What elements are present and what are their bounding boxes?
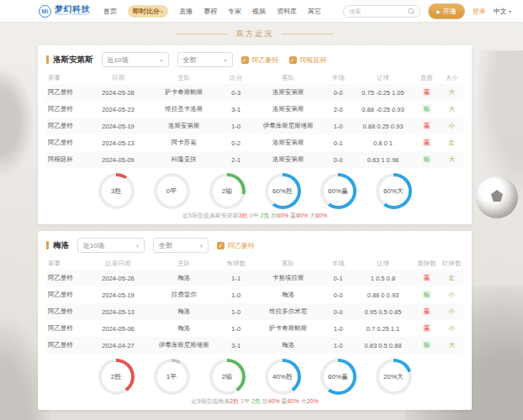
nav-item-2[interactable]: 直播 [179,7,193,16]
table-row[interactable]: 阿乙曼特2024-05-19拉费雷尔1-0梅洛0-00.88 0 0.93输小 [46,286,463,303]
table-row[interactable]: 阿根廷杯2024-05-09科隆竞技2-1洛斯安第斯0-00.63 1 0.98… [46,151,463,168]
table-cell: 大 [441,151,463,168]
scope-filter-dropdown[interactable]: 全部▾ [177,52,233,67]
search-icon[interactable] [408,8,414,14]
table-cell: 小 [441,286,463,303]
team-recent-panel: 洛斯安第斯 近10场▾ 全部▾ ✓阿乙曼特✓阿根廷杯 赛事日期主队比分客队半场让… [38,45,472,224]
summary-segment: 2负 [260,213,269,218]
table-cell: 1-1 [219,270,253,286]
table-cell: 阿乙曼特 [46,101,88,118]
table-cell: 梅洛 [149,270,219,286]
table-cell: 1-0 [219,118,253,134]
table-cell: 2024-05-13 [88,134,149,151]
column-header: 盘路 [413,71,440,84]
table-row[interactable]: 阿乙曼特2024-04-27伊希库斯尼斯塔斯3-1梅洛1-00.83 0.5 0… [46,337,463,354]
table-row[interactable]: 阿乙曼特2024-05-13梅洛1-0维拉多尔米尼0-00.95 0.5 0.8… [46,303,463,320]
search-box[interactable] [343,5,420,18]
donut-chart: 60%大 [376,173,412,209]
summary-segment: 胜 [269,213,277,218]
table-row[interactable]: 阿乙曼特2024-05-28萨卡奇斯帕斯0-3洛斯安第斯0-00.75 -0.2… [46,84,463,101]
donut-chart: 60%赢 [320,173,357,209]
column-header: 主队 [149,257,219,270]
summary-segment: 大 [299,398,307,404]
league-filter-checkbox-1[interactable]: ✓阿根廷杯 [289,55,327,65]
league-filter-checkbox-0[interactable]: ✓阿乙曼特 [217,241,255,250]
table-cell: 2-0 [324,101,353,118]
donut-chart: 2输 [209,173,246,209]
column-header: 红牌数 [441,257,463,270]
nav-item-5[interactable]: 视频 [252,7,266,16]
table-cell: 萨卡奇斯帕斯 [252,320,323,337]
table-row[interactable]: 阿乙曼特2024-05-13阿卡苏索0-2洛斯安第斯0-10.8 0 1赢走 [46,134,463,151]
table-cell: 2024-05-06 [88,320,149,337]
column-header: 赛事 [46,71,88,84]
table-cell: 洛斯安第斯 [252,151,323,168]
table-cell: 输 [413,286,440,303]
column-header: 角球数 [219,257,253,270]
table-row[interactable]: 阿乙曼特2024-05-26梅洛1-1卡努埃拉斯0-11 0.5 0.8赢走 [46,270,463,286]
recent-matches-table: 赛事比赛日期主队角球数客队半场让球黄牌数红牌数 阿乙曼特2024-05-26梅洛… [46,257,463,354]
team-recent-panel: 梅洛 近10场▾ 全部▾ ✓阿乙曼特 赛事比赛日期主队角球数客队半场让球黄牌数红… [38,231,472,410]
table-cell: 2024-05-09 [88,151,149,168]
column-header: 赛事 [46,257,88,270]
range-filter-dropdown[interactable]: 近10场▾ [77,238,145,253]
table-cell: 2024-05-23 [88,101,149,118]
panel-team-name: 梅洛 [46,240,69,251]
search-input[interactable] [349,8,408,14]
table-cell: 伊希库斯尼斯塔斯 [149,337,219,354]
table-cell: 阿乙曼特 [46,134,88,151]
league-filter-checkbox-0[interactable]: ✓阿乙曼特 [241,55,279,65]
nav-item-1[interactable]: 即时比分▾ [128,5,168,18]
table-cell: 1-0 [219,303,253,320]
table-cell: 2024-05-13 [88,303,149,320]
donut-label: 60%胜 [268,176,298,206]
language-selector[interactable]: 中文 ▾ [494,7,511,16]
nav-item-6[interactable]: 资料库 [277,7,297,16]
table-cell: 3-1 [219,101,253,118]
nav-item-0[interactable]: 首页 [103,7,117,16]
table-cell: 3-1 [219,337,253,354]
site-logo[interactable]: Mi 梦幻科技 Software Development [39,5,90,18]
summary-segment: 赢 [280,398,288,404]
table-cell: 阿根廷杯 [46,151,88,168]
summary-segment: 60% [277,213,288,218]
checkbox-label: 阿乙曼特 [228,241,255,250]
column-header: 黄牌数 [413,257,440,270]
table-cell: 小 [441,118,463,134]
table-cell: 0.7 0.25 1.1 [353,320,414,337]
table-cell: 赢 [413,84,440,101]
column-header: 比赛日期 [88,257,149,270]
soccer-ball-decoration [476,176,518,218]
donut-chart: 60%赢 [320,359,357,395]
login-link[interactable]: 登录 [473,7,486,16]
table-cell: 阿乙曼特 [46,270,88,286]
chevron-down-icon: ▾ [224,57,226,63]
checkbox-label: 阿根廷杯 [300,55,327,65]
table-cell: 2024-05-19 [88,286,149,303]
table-row[interactable]: 阿乙曼特2024-05-23维拉圣卡洛斯3-1洛斯安第斯2-00.88 -0.2… [46,101,463,118]
table-cell: 0-0 [324,303,353,320]
recent-matches-table: 赛事日期主队比分客队半场让球盘路大小 阿乙曼特2024-05-28萨卡奇斯帕斯0… [46,71,463,168]
table-cell: 0-1 [324,270,353,286]
chevron-down-icon: ▾ [136,243,139,249]
nav-item-3[interactable]: 赛程 [203,7,217,16]
donut-label: 60%大 [379,176,409,206]
table-cell: 0.8 0 1 [353,134,414,151]
donut-chart: 2胜 [98,359,135,395]
background-texture [477,50,523,202]
panel-summary: 近5场交战洛斯安第斯3胜 0平 2负 胜60% 赢60% 大60% [46,212,463,221]
scope-filter-dropdown[interactable]: 全部▾ [153,238,209,253]
table-cell: 2024-04-27 [88,337,149,354]
donut-label: 3胜 [102,176,131,206]
table-cell: 0.95 0.5 0.85 [353,303,414,320]
table-row[interactable]: 阿乙曼特2024-05-06梅洛1-0萨卡奇斯帕斯1-00.7 0.25 1.1… [46,320,463,337]
nav-item-4[interactable]: 专家 [228,7,241,16]
start-broadcast-button[interactable]: ▶ 开播 [428,3,465,19]
donut-chart: 2输 [209,359,246,395]
table-cell: 赢 [413,118,440,134]
table-row[interactable]: 阿乙曼特2024-05-19洛斯安第斯1-0伊希库斯尼斯塔斯1-00.88 0.… [46,118,463,134]
range-filter-dropdown[interactable]: 近10场▾ [102,52,169,67]
donut-label: 0平 [157,176,187,206]
table-cell: 阿乙曼特 [46,320,88,337]
nav-item-7[interactable]: 其它 [308,7,321,16]
